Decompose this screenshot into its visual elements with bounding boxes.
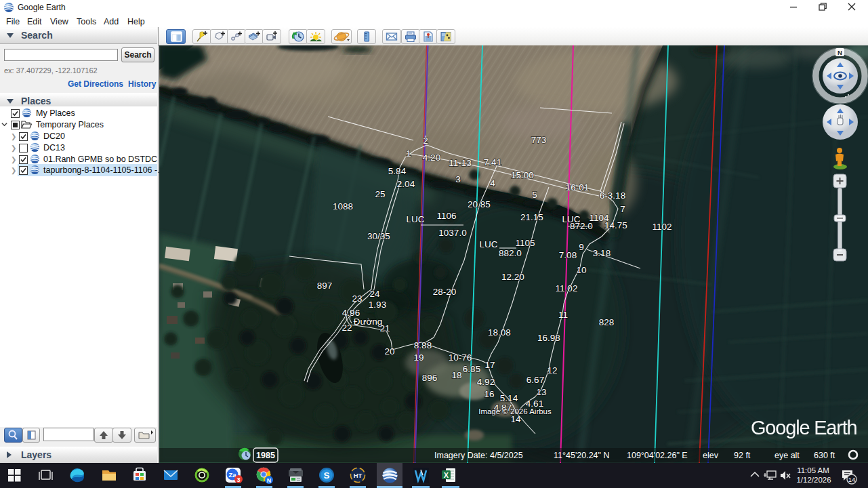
svg-text:elev: elev [703, 451, 719, 460]
svg-text:N: N [267, 477, 272, 484]
svg-text:7.08: 7.08 [559, 250, 577, 260]
svg-text:4: 4 [490, 178, 495, 188]
svg-text:20.85: 20.85 [468, 199, 491, 209]
svg-text:1: 1 [406, 148, 411, 159]
svg-text:15:00: 15:00 [511, 170, 534, 180]
svg-text:8.88: 8.88 [414, 340, 432, 350]
svg-text:21: 21 [379, 323, 390, 333]
svg-text:12: 12 [547, 365, 557, 375]
svg-text:S: S [323, 470, 329, 481]
svg-text:13: 13 [536, 387, 546, 397]
svg-text:4.92: 4.92 [477, 377, 495, 387]
svg-text:7.41: 7.41 [484, 157, 501, 167]
svg-text:14: 14 [848, 476, 856, 483]
svg-text:11-13: 11-13 [449, 158, 472, 168]
svg-text:773: 773 [531, 135, 547, 145]
svg-text:16: 16 [484, 389, 494, 399]
svg-text:11.02: 11.02 [556, 283, 578, 293]
svg-text:7: 7 [620, 204, 625, 214]
svg-text:1/12/2026: 1/12/2026 [796, 476, 831, 484]
svg-text:LUC: LUC [562, 214, 580, 224]
svg-text:11: 11 [558, 310, 568, 320]
svg-text:Image © 2026 Airbus: Image © 2026 Airbus [478, 407, 552, 415]
svg-text:20: 20 [384, 346, 394, 357]
svg-text:630 ft: 630 ft [814, 451, 835, 460]
svg-text:16.98: 16.98 [537, 333, 560, 343]
svg-text:897: 897 [317, 281, 333, 291]
svg-text:1102: 1102 [652, 222, 671, 232]
svg-text:3: 3 [236, 476, 240, 483]
svg-text:HT: HT [354, 472, 363, 479]
svg-text:11:05 AM: 11:05 AM [797, 466, 829, 474]
svg-text:9: 9 [579, 242, 584, 252]
svg-text:2: 2 [423, 136, 428, 146]
svg-text:1985: 1985 [256, 451, 275, 460]
svg-text:92 ft: 92 ft [734, 451, 751, 460]
svg-text:6.67: 6.67 [526, 375, 544, 385]
svg-text:LUC: LUC [406, 214, 424, 224]
svg-text:22: 22 [342, 323, 352, 333]
svg-text:1105: 1105 [515, 238, 535, 248]
svg-text:Imagery Date: 4/5/2025: Imagery Date: 4/5/2025 [434, 451, 523, 460]
svg-text:1088: 1088 [333, 201, 353, 211]
svg-text:25: 25 [375, 189, 385, 199]
svg-text:5.14: 5.14 [500, 393, 518, 403]
svg-text:6.85: 6.85 [463, 364, 480, 374]
svg-text:18: 18 [451, 370, 461, 380]
svg-text:Google Earth: Google Earth [751, 417, 857, 439]
svg-text:4.20: 4.20 [423, 152, 440, 163]
svg-text:17: 17 [484, 360, 495, 370]
svg-text:28-20: 28-20 [433, 287, 457, 297]
svg-text:2.04: 2.04 [397, 179, 415, 189]
svg-text:11°45'20.24" N: 11°45'20.24" N [554, 451, 609, 460]
svg-text:6-3.18: 6-3.18 [600, 190, 625, 201]
svg-text:828: 828 [599, 317, 615, 327]
svg-text:10: 10 [576, 265, 586, 275]
svg-text:Đường: Đường [354, 317, 383, 327]
svg-text:882.0: 882.0 [499, 248, 522, 258]
svg-text:eye alt: eye alt [774, 451, 800, 460]
svg-text:109°04'02.26" E: 109°04'02.26" E [627, 451, 688, 460]
svg-text:1037.0: 1037.0 [438, 228, 466, 238]
svg-text:3.18: 3.18 [593, 248, 611, 258]
svg-text:X: X [444, 471, 449, 479]
svg-text:LUC: LUC [479, 239, 497, 249]
svg-text:N: N [838, 49, 842, 56]
svg-text:1.93: 1.93 [369, 300, 386, 310]
svg-text:23: 23 [352, 293, 362, 304]
svg-text:21.15: 21.15 [520, 212, 543, 222]
svg-text:30/35: 30/35 [367, 231, 390, 241]
svg-text:10-76: 10-76 [449, 352, 472, 363]
svg-text:1106: 1106 [436, 211, 456, 221]
svg-text:24: 24 [369, 289, 380, 299]
svg-text:14: 14 [510, 414, 521, 424]
svg-text:5: 5 [532, 190, 537, 200]
svg-text:16-01: 16-01 [566, 182, 590, 192]
svg-text:19: 19 [413, 352, 423, 363]
svg-text:3: 3 [455, 174, 461, 184]
svg-text:18.08: 18.08 [488, 327, 511, 338]
svg-text:12.20: 12.20 [501, 272, 524, 282]
svg-text:5.84: 5.84 [388, 166, 407, 176]
svg-text:896: 896 [422, 373, 438, 383]
